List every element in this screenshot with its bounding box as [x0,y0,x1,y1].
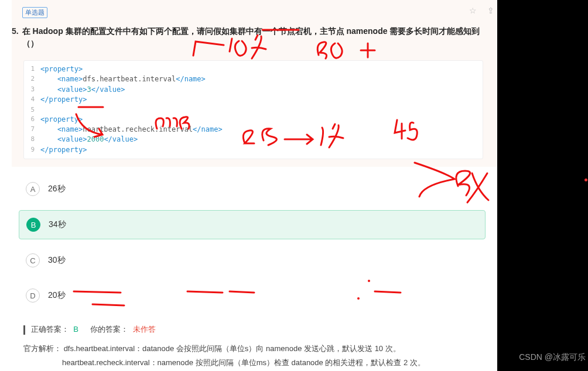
option-text: 20秒 [48,290,66,301]
more-icon[interactable]: ⇪ [487,6,494,15]
code-line: 9</property> [24,145,483,155]
option-letter: A [26,182,40,196]
user-answer-value: 未作答 [133,325,156,334]
watermark: CSDN @冰露可乐 [519,352,586,363]
option-text: 26秒 [48,184,66,194]
option-letter: C [26,253,40,267]
option-b[interactable]: B34秒 [19,210,486,239]
video-sidebar [497,0,588,371]
explanation-section: 正确答案： B 你的答案： 未作答 官方解析： dfs.heartbeat.in… [12,320,497,371]
correct-answer-label: 正确答案： [31,325,69,334]
option-text: 34秒 [49,219,66,230]
code-block: 1<property>2 <name>dfs.heartbeat.interva… [23,60,483,159]
code-line: 3 <value>3</value> [24,85,483,95]
favorite-icon[interactable]: ☆ [469,6,477,15]
code-line: 5 [24,105,483,115]
question-header: 单选题 ☆ ⇪ 5. 在 Hadoop 集群的配置文件中有如下两个配置，请问假如… [12,0,497,167]
option-c[interactable]: C30秒 [19,246,486,274]
option-d[interactable]: D20秒 [19,281,486,310]
question-container: 单选题 ☆ ⇪ 5. 在 Hadoop 集群的配置文件中有如下两个配置，请问假如… [0,0,497,371]
option-a[interactable]: A26秒 [19,175,486,203]
option-letter: B [26,218,40,232]
question-type-tag: 单选题 [22,7,47,18]
code-line: 7 <name>heartbeat.recheck.interval</name… [24,125,483,135]
red-dot-indicator [584,178,587,181]
code-line: 4</property> [24,95,483,105]
divider-icon [23,325,25,335]
code-line: 1<property> [24,64,483,74]
question-number: 5. [12,26,19,36]
explanation-line-1: dfs.heartbeat.interval：datanode 会按照此间隔（单… [64,344,401,353]
option-letter: D [26,288,40,303]
option-list: A26秒B34秒C30秒D20秒 [12,167,497,320]
option-text: 30秒 [48,255,66,266]
code-line: 2 <name>dfs.heartbeat.interval</name> [24,74,483,84]
correct-answer-value: B [73,325,78,334]
question-text: 在 Hadoop 集群的配置文件中有如下两个配置，请问假如集群中有一个节点宕机，… [22,25,489,50]
explanation-label: 官方解析： [23,344,61,353]
user-answer-label: 你的答案： [90,325,128,334]
explanation-line-2: heartbeat.recheck.interval：namenode 按照此间… [62,356,486,370]
code-line: 8 <value>2000</value> [24,135,483,145]
code-line: 6<property> [24,115,483,125]
